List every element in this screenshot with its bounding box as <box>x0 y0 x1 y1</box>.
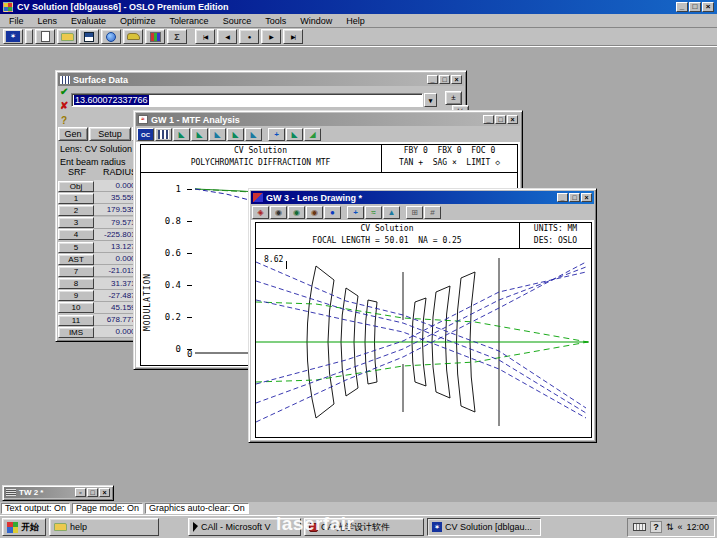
srf-button[interactable]: 7 <box>58 266 94 277</box>
app-titlebar[interactable]: CV Solution [dblgauss6] - OSLO Premium E… <box>0 0 717 14</box>
view-3d-icon[interactable]: ◉ <box>306 206 323 219</box>
menu-tolerance[interactable]: Tolerance <box>163 15 216 27</box>
cell-edit-field[interactable]: 13.600072337766 <box>71 93 423 107</box>
lens-plot-area: CV Solution FOCAL LENGTH = 50.01 NA = 0.… <box>251 220 594 440</box>
app-maximize-button[interactable]: □ <box>689 2 701 12</box>
plot-mtf-icon[interactable]: ◣ <box>173 128 190 141</box>
oslo-logo-icon[interactable]: ✶ <box>3 29 23 44</box>
plot-spot-icon[interactable]: ◣ <box>209 128 226 141</box>
mtf-close-button[interactable]: × <box>507 115 518 124</box>
mtf-titlebar[interactable]: ≈ GW 1 - MTF Analysis _ □ × <box>136 113 520 126</box>
min-restore-button[interactable]: ▫ <box>75 488 86 497</box>
insert-row-icon[interactable]: ± <box>445 91 462 105</box>
lens-close-button[interactable]: × <box>581 193 592 202</box>
srf-button[interactable]: 3 <box>58 217 94 228</box>
min-maximize-button[interactable]: □ <box>87 488 98 497</box>
table-row: 7-21.0137 <box>58 265 144 277</box>
menu-evaluate[interactable]: Evaluate <box>64 15 113 27</box>
toolbar-handle[interactable] <box>25 29 33 44</box>
plot-wavefront-icon[interactable]: ◣ <box>245 128 262 141</box>
srf-button[interactable]: Obj <box>58 181 94 192</box>
open-lens-icon[interactable] <box>57 29 77 44</box>
start-button[interactable]: 开始 <box>2 518 46 536</box>
menu-window[interactable]: Window <box>293 15 339 27</box>
vcr-last-icon[interactable]: ▶| <box>283 29 303 44</box>
optimize-icon[interactable]: Σ <box>167 29 187 44</box>
lens-titlebar[interactable]: GW 3 - Lens Drawing * _ □ × <box>251 191 594 204</box>
srf-button[interactable]: 11 <box>58 315 94 326</box>
menu-lens[interactable]: Lens <box>31 15 65 27</box>
lens-drawing-window[interactable]: GW 3 - Lens Drawing * _ □ × ◈ ◉ ◉ ◉ ● + … <box>248 188 597 443</box>
collapse-tray-icon[interactable]: « <box>677 522 682 532</box>
mtf-toolbar: OC ◣ ◣ ◣ ◣ ◣ + ◣ ◢ <box>136 127 520 142</box>
accept-icon[interactable]: ✔ <box>60 86 68 97</box>
plot-field-icon[interactable]: ◣ <box>227 128 244 141</box>
view-xy-icon[interactable]: ◉ <box>270 206 287 219</box>
srf-button[interactable]: 1 <box>58 193 94 204</box>
app-minimize-button[interactable]: _ <box>676 2 688 12</box>
surface-minimize-button[interactable]: _ <box>427 75 438 84</box>
vcr-prev-icon[interactable]: ◀ <box>217 29 237 44</box>
srf-button[interactable]: 9 <box>58 290 94 301</box>
surface-close-button[interactable]: × <box>451 75 462 84</box>
srf-button[interactable]: 5 <box>58 242 94 253</box>
export-icon[interactable]: # <box>424 206 441 219</box>
tray-help-icon[interactable]: ? <box>650 521 662 533</box>
lens-maximize-button[interactable]: □ <box>569 193 580 202</box>
input-switch-icon[interactable]: ⇅ <box>666 522 674 532</box>
help-icon[interactable]: ? <box>61 115 67 126</box>
chart-icon[interactable] <box>145 29 165 44</box>
cell-dropdown-button[interactable]: ▾ <box>424 93 437 107</box>
mtf-maximize-button[interactable]: □ <box>495 115 506 124</box>
vcr-play-icon[interactable]: ● <box>239 29 259 44</box>
srf-button[interactable]: 8 <box>58 278 94 289</box>
zoom-in-icon[interactable]: + <box>347 206 364 219</box>
menu-help[interactable]: Help <box>339 15 372 27</box>
vcr-first-icon[interactable]: |◀ <box>195 29 215 44</box>
mtf-conditions: FBY 0 FBX 0 FOC 0 TAN + SAG × LIMIT ◇ <box>381 145 517 173</box>
clock: 12:00 <box>686 522 709 532</box>
keyboard-layout-icon[interactable] <box>633 523 646 531</box>
cancel-icon[interactable]: ✘ <box>60 100 68 111</box>
min-close-button[interactable]: × <box>99 488 110 497</box>
draw-icon[interactable]: ◈ <box>252 206 269 219</box>
setup-tab-button[interactable]: Setup <box>89 127 131 141</box>
plot-scan-icon[interactable]: ◢ <box>304 128 321 141</box>
comb-icon[interactable] <box>155 128 172 141</box>
gen-tab-button[interactable]: Gen <box>58 127 88 141</box>
globe-icon[interactable] <box>101 29 121 44</box>
status-text-output: Text output: On <box>1 503 70 514</box>
taskbar-help-folder[interactable]: help <box>49 518 159 536</box>
srf-button[interactable]: AST <box>58 254 94 265</box>
save-lens-icon[interactable] <box>79 29 99 44</box>
vcr-next-icon[interactable]: ▶ <box>261 29 281 44</box>
slider-wheel-icon[interactable] <box>123 29 143 44</box>
taskbar-oslo-window[interactable]: ✶ CV Solution [dblgau... <box>427 518 541 536</box>
text-window-icon[interactable]: OC <box>137 128 154 141</box>
mtf-minimize-button[interactable]: _ <box>483 115 494 124</box>
rays-icon[interactable]: ≈ <box>365 206 382 219</box>
srf-button[interactable]: 2 <box>58 205 94 216</box>
menu-file[interactable]: File <box>2 15 31 27</box>
minimized-text-window[interactable]: TW 2 * ▫ □ × <box>2 485 114 501</box>
shaded-icon[interactable]: ● <box>324 206 341 219</box>
windows-flag-icon <box>7 522 18 533</box>
menu-optimize[interactable]: Optimize <box>113 15 163 27</box>
new-lens-icon[interactable] <box>35 29 55 44</box>
srf-button[interactable]: 4 <box>58 229 94 240</box>
surface-data-titlebar[interactable]: Surface Data _ □ × <box>58 73 464 86</box>
plot-psf-icon[interactable]: ◣ <box>191 128 208 141</box>
srf-button[interactable]: 10 <box>58 302 94 313</box>
app-close-button[interactable]: × <box>702 2 714 12</box>
view-xz-icon[interactable]: ◉ <box>288 206 305 219</box>
axes-icon[interactable]: + <box>268 128 285 141</box>
grid-icon[interactable]: ⊞ <box>406 206 423 219</box>
lens-minimize-button[interactable]: _ <box>557 193 568 202</box>
zoom-out-icon[interactable]: ▲ <box>383 206 400 219</box>
plot-report-icon[interactable]: ◣ <box>286 128 303 141</box>
srf-button[interactable]: IMS <box>58 327 94 338</box>
menu-source[interactable]: Source <box>216 15 259 27</box>
surface-maximize-button[interactable]: □ <box>439 75 450 84</box>
menu-tools[interactable]: Tools <box>258 15 293 27</box>
minimized-titlebar[interactable]: TW 2 * ▫ □ × <box>4 487 112 498</box>
